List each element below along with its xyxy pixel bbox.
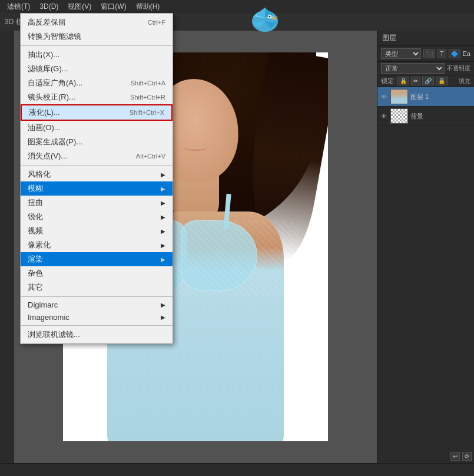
menu-item-pixelate[interactable]: 像素化 ▶: [21, 238, 173, 252]
panel-icon-1[interactable]: ⬛: [423, 49, 435, 58]
lock-icon-2[interactable]: ✏: [411, 77, 420, 85]
menu-item-liquify[interactable]: 液化(L)... Shift+Ctrl+X: [21, 104, 173, 121]
menu-item-smart-filter[interactable]: 转换为智能滤镜: [21, 29, 173, 44]
layer-name-bg: 背景: [410, 112, 423, 121]
separator-2: [21, 165, 173, 166]
menu-item-vanishing-point[interactable]: 消失点(V)... Alt+Ctrl+V: [21, 149, 173, 163]
menu-item-stylize[interactable]: 风格化 ▶: [21, 167, 173, 181]
menu-item-imagenomic[interactable]: Imagenomic ▶: [21, 311, 173, 323]
menu-item-digimarc[interactable]: Digimarc ▶: [21, 299, 173, 311]
menu-item-pattern-maker[interactable]: 图案生成器(P)...: [21, 135, 173, 149]
layer-thumb-bg: [390, 108, 408, 124]
menu-item-noise[interactable]: 杂色: [21, 266, 173, 280]
lock-row: 锁定: 🔒 ✏ 🔗 🔒 填充: [377, 75, 474, 87]
lock-icon-1[interactable]: 🔒: [397, 77, 409, 85]
menu-item-render[interactable]: 渲染 ▶: [21, 252, 173, 266]
menu-item-blur[interactable]: 模糊 ▶: [21, 181, 173, 196]
blend-mode-row: 正常 不透明度: [377, 62, 474, 75]
menu-filter[interactable]: 滤镜(T): [2, 1, 35, 13]
fill-label: 填充: [459, 77, 470, 85]
menu-item-extract[interactable]: 抽出(X)...: [21, 48, 173, 62]
panel-icon-2[interactable]: T: [437, 49, 446, 58]
menu-item-video[interactable]: 视频 ▶: [21, 224, 173, 238]
menu-window[interactable]: 窗口(W): [96, 1, 131, 13]
menu-item-other[interactable]: 其它: [21, 280, 173, 295]
logo-area: [247, 5, 283, 39]
separator-3: [21, 296, 173, 297]
opacity-label: 不透明度: [447, 64, 470, 72]
lock-icon-3[interactable]: 🔗: [422, 77, 434, 85]
layer-visibility-bg[interactable]: 👁: [380, 112, 388, 120]
menu-view[interactable]: 视图(V): [63, 1, 96, 13]
menu-item-filter-gallery[interactable]: 滤镜库(G)...: [21, 62, 173, 76]
svg-point-5: [269, 16, 271, 18]
panel-header: 图层: [377, 31, 474, 46]
menu-item-browse-online[interactable]: 浏览联机滤镜...: [21, 328, 173, 342]
menu-item-distort[interactable]: 扭曲 ▶: [21, 196, 173, 210]
menu-item-oil-paint[interactable]: 油画(O)...: [21, 121, 173, 135]
panel-filter-controls: 类型 ⬛ T 🔷 Ea: [377, 46, 474, 62]
separator-1: [21, 45, 173, 46]
blend-mode-select[interactable]: 正常: [381, 63, 445, 74]
lock-label: 锁定:: [381, 77, 396, 85]
filter-type-select[interactable]: 类型: [381, 48, 421, 59]
status-bar: [0, 463, 474, 476]
menu-item-adaptive-wide[interactable]: 自适应广角(A)... Shift+Ctrl+A: [21, 76, 173, 90]
menu-item-sharpen[interactable]: 锐化 ▶: [21, 210, 173, 224]
layers-title: 图层: [382, 33, 396, 43]
filter-dropdown-menu: 高反差保留 Ctrl+F 转换为智能滤镜 抽出(X)... 滤镜库(G)... …: [20, 13, 173, 344]
separator-4: [21, 325, 173, 326]
panel-bottom-btn-2[interactable]: ⟳: [462, 452, 472, 461]
right-panel: 图层 类型 ⬛ T 🔷 Ea 正常 不透明度 锁定: 🔒 ✏ 🔗 🔒 填充 👁 …: [377, 31, 474, 463]
layer-item-1[interactable]: 👁 图层 1: [377, 87, 474, 107]
toolbox: [0, 31, 14, 463]
menu-item-lens-correction[interactable]: 镜头校正(R)... Shift+Ctrl+R: [21, 90, 173, 104]
menu-3d[interactable]: 3D(D): [35, 1, 63, 12]
lock-icon-4[interactable]: 🔒: [436, 77, 448, 85]
menu-bar: 滤镜(T) 3D(D) 视图(V) 窗口(W) 帮助(H): [0, 0, 474, 13]
layer-thumb-1: [390, 89, 408, 104]
layer-visibility-1[interactable]: 👁: [380, 92, 388, 101]
panel-bottom-btn-1[interactable]: ↩: [450, 452, 460, 461]
layer-item-bg[interactable]: 👁 背景: [377, 107, 474, 126]
menu-item-high-pass[interactable]: 高反差保留 Ctrl+F: [21, 15, 173, 29]
menu-help[interactable]: 帮助(H): [131, 1, 165, 13]
panel-bottom-icons: ↩ ⟳: [450, 452, 472, 461]
panel-icon-3[interactable]: 🔷: [449, 49, 460, 58]
bird-logo-icon: [247, 5, 283, 37]
ea-label: Ea: [463, 50, 470, 57]
layer-name-1: 图层 1: [410, 92, 429, 101]
